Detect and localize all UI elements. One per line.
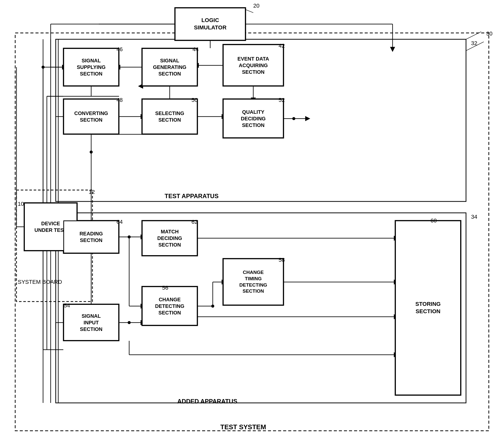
- svg-marker-37: [305, 116, 310, 121]
- added-apparatus-label: ADDED APPARATUS: [177, 398, 237, 405]
- diagram: LOGIC SIMULATOR 20 30 32 34 SIGNAL SUPPL…: [0, 0, 504, 448]
- ref-30: 30: [486, 30, 492, 37]
- storing-section-block: STORING SECTION: [395, 220, 461, 395]
- reading-section-block: READING SECTION: [63, 220, 119, 253]
- event-data-acquiring-block: EVENT DATA ACQUIRING SECTION: [223, 44, 284, 86]
- signal-input-block: SIGNAL INPUT SECTION: [63, 304, 119, 341]
- selecting-block: SELECTING SECTION: [142, 99, 198, 134]
- quality-deciding-block: QUALITY DECIDING SECTION: [223, 99, 284, 138]
- ref-54: 54: [64, 302, 70, 309]
- ref-34: 34: [471, 214, 477, 220]
- system-board-label: SYSTEM BOARD: [18, 279, 62, 285]
- test-system-label: TEST SYSTEM: [220, 423, 266, 431]
- ref-50: 50: [191, 97, 198, 103]
- signal-generating-block: SIGNAL GENERATING SECTION: [142, 48, 198, 86]
- ref-48: 48: [117, 97, 123, 103]
- signal-supplying-block: SIGNAL SUPPLYING SECTION: [63, 48, 119, 86]
- ref-32: 32: [471, 40, 477, 47]
- logic-simulator-block: LOGIC SIMULATOR: [175, 8, 246, 41]
- change-timing-block: CHANGE TIMING DETECTING SECTION: [223, 258, 284, 305]
- converting-block: CONVERTING SECTION: [63, 99, 119, 134]
- match-deciding-block: MATCH DECIDING SECTION: [142, 220, 198, 256]
- ref-64: 64: [117, 219, 123, 225]
- svg-point-71: [211, 305, 214, 308]
- ref-42: 42: [279, 43, 285, 49]
- change-detecting-block: CHANGE DETECTING SECTION: [142, 286, 198, 326]
- ref-12: 12: [89, 189, 95, 195]
- svg-point-78: [128, 321, 131, 324]
- test-apparatus-label: TEST APPARATUS: [165, 193, 219, 200]
- ref-62: 62: [191, 219, 198, 225]
- svg-marker-21: [390, 47, 395, 52]
- ref-58: 58: [279, 257, 285, 263]
- svg-point-38: [292, 117, 295, 120]
- ref-56: 56: [162, 285, 168, 291]
- ref-20: 20: [253, 3, 259, 9]
- ref-10: 10: [18, 201, 24, 207]
- svg-point-56: [90, 151, 93, 154]
- ref-46: 46: [117, 46, 123, 53]
- ref-44: 44: [192, 46, 199, 53]
- ref-60: 60: [431, 217, 437, 224]
- ref-52: 52: [279, 97, 285, 103]
